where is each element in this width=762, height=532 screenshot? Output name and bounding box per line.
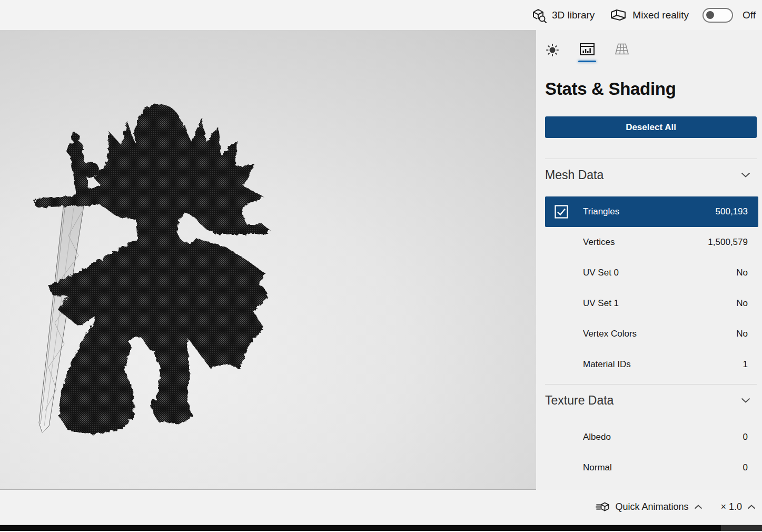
row-value: 1 bbox=[743, 359, 748, 370]
texture-data-section-header[interactable]: Texture Data bbox=[545, 391, 750, 409]
texture-data-rows: Albedo 0 Normal 0 bbox=[536, 422, 762, 483]
playback-speed-value: × 1.0 bbox=[720, 501, 742, 513]
deselect-all-button[interactable]: Deselect All bbox=[545, 116, 757, 138]
row-label: Albedo bbox=[583, 432, 611, 442]
row-label: UV Set 1 bbox=[583, 298, 619, 309]
sun-icon bbox=[545, 43, 560, 57]
panel-tabs bbox=[536, 30, 762, 63]
texture-data-label: Texture Data bbox=[545, 393, 613, 408]
model-wireframe-knight bbox=[0, 30, 536, 489]
row-value: No bbox=[736, 268, 748, 278]
taskbar-edge bbox=[0, 525, 762, 531]
row-label: Triangles bbox=[583, 206, 619, 217]
row-label: UV Set 0 bbox=[583, 268, 619, 278]
chevron-up-icon bbox=[747, 505, 756, 509]
bottom-toolbar: Quick Animations × 1.0 bbox=[0, 490, 762, 525]
row-value: 0 bbox=[743, 462, 748, 473]
texture-row-normal[interactable]: Normal 0 bbox=[545, 452, 758, 483]
mesh-data-rows: Triangles 500,193 Vertices 1,500,579 UV … bbox=[536, 196, 762, 380]
stats-icon bbox=[579, 43, 595, 56]
texture-row-albedo[interactable]: Albedo 0 bbox=[545, 422, 758, 452]
row-value: No bbox=[736, 298, 748, 309]
tab-underline bbox=[543, 62, 561, 63]
row-label: Vertex Colors bbox=[583, 329, 637, 339]
row-label: Material IDs bbox=[583, 359, 631, 370]
tab-underline bbox=[613, 60, 631, 61]
3d-library-button[interactable]: 3D library bbox=[531, 7, 595, 23]
checkbox-slot bbox=[555, 297, 568, 310]
chevron-down-icon[interactable] bbox=[741, 172, 750, 178]
checkbox-slot bbox=[555, 461, 568, 475]
mixed-reality-button[interactable]: Mixed reality bbox=[609, 8, 689, 23]
quick-animations-button[interactable]: Quick Animations bbox=[596, 501, 702, 513]
mesh-row-material-ids[interactable]: Material IDs 1 bbox=[545, 349, 758, 380]
tab-stats-shading[interactable] bbox=[579, 43, 595, 63]
mixed-reality-icon bbox=[609, 8, 627, 23]
checkbox-slot bbox=[555, 430, 568, 444]
mesh-row-vertices[interactable]: Vertices 1,500,579 bbox=[545, 227, 758, 258]
stats-shading-panel: Stats & Shading Deselect All Mesh Data T… bbox=[536, 30, 762, 490]
row-label: Normal bbox=[583, 462, 612, 473]
taskbar-segment bbox=[721, 525, 762, 531]
chevron-up-icon bbox=[694, 505, 702, 509]
viewport-3d[interactable] bbox=[0, 30, 536, 490]
panel-title: Stats & Shading bbox=[545, 79, 762, 99]
tab-environment-lighting[interactable] bbox=[545, 43, 560, 63]
quick-animations-label: Quick Animations bbox=[615, 501, 688, 513]
3d-viewer-window: 3D library Mixed reality Off bbox=[0, 0, 762, 532]
checkbox-slot bbox=[555, 266, 568, 280]
mixed-reality-label: Mixed reality bbox=[632, 9, 689, 21]
triangles-checkbox[interactable] bbox=[555, 205, 568, 219]
toggle-state-label: Off bbox=[743, 9, 756, 21]
mesh-data-label: Mesh Data bbox=[545, 168, 603, 182]
row-value: 1,500,579 bbox=[708, 237, 748, 248]
row-label: Vertices bbox=[583, 237, 615, 248]
checkbox-slot bbox=[555, 235, 568, 249]
divider bbox=[545, 159, 757, 159]
row-value: 500,193 bbox=[716, 206, 748, 217]
3d-library-label: 3D library bbox=[552, 9, 595, 21]
top-toolbar: 3D library Mixed reality Off bbox=[0, 0, 762, 30]
checkbox-slot bbox=[555, 327, 568, 341]
checkbox-slot bbox=[555, 358, 568, 371]
toggle-knob bbox=[706, 11, 714, 19]
divider bbox=[545, 384, 757, 385]
mesh-row-uv-set-0[interactable]: UV Set 0 No bbox=[545, 258, 758, 288]
mesh-row-vertex-colors[interactable]: Vertex Colors No bbox=[545, 319, 758, 349]
tab-grid-views[interactable] bbox=[614, 43, 630, 63]
grid-icon bbox=[614, 43, 630, 55]
mesh-row-triangles[interactable]: Triangles 500,193 bbox=[545, 196, 758, 227]
quick-animations-icon bbox=[596, 501, 609, 513]
playback-speed-control[interactable]: × 1.0 bbox=[720, 501, 756, 513]
mesh-data-section-header[interactable]: Mesh Data bbox=[545, 166, 750, 184]
row-value: 0 bbox=[743, 432, 748, 442]
chevron-down-icon[interactable] bbox=[741, 398, 750, 403]
active-tab-underline bbox=[578, 61, 596, 62]
mesh-row-uv-set-1[interactable]: UV Set 1 No bbox=[545, 288, 758, 319]
mixed-reality-toggle[interactable] bbox=[702, 8, 733, 23]
row-value: No bbox=[736, 329, 748, 339]
cube-search-icon bbox=[531, 7, 547, 23]
